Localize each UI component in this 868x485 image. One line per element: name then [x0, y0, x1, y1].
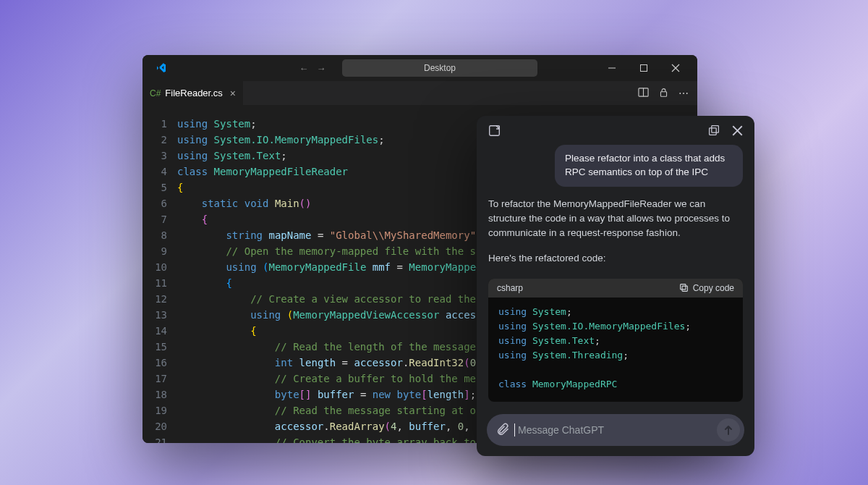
pop-out-icon[interactable] — [705, 122, 723, 139]
text-cursor — [514, 423, 515, 436]
minimize-button[interactable] — [596, 55, 628, 81]
code-block: csharp Copy code using System;using Syst… — [488, 279, 743, 402]
chat-header — [477, 116, 754, 145]
new-chat-icon[interactable] — [485, 122, 503, 139]
code-language-label: csharp — [497, 283, 523, 293]
svg-rect-8 — [682, 286, 687, 291]
more-actions-icon[interactable]: ⋯ — [678, 88, 689, 99]
chat-message-input[interactable] — [518, 424, 717, 436]
code-block-header: csharp Copy code — [488, 279, 743, 298]
close-button[interactable] — [660, 55, 692, 81]
svg-rect-9 — [680, 284, 685, 290]
user-message-text: Please refactor into a class that adds R… — [565, 153, 725, 177]
nav-back-icon[interactable]: ← — [297, 63, 310, 74]
csharp-file-icon: C# — [150, 88, 161, 98]
vscode-logo-icon — [154, 62, 169, 74]
code-block-body[interactable]: using System;using System.IO.MemoryMappe… — [488, 298, 743, 402]
maximize-button[interactable] — [628, 55, 660, 81]
command-center[interactable]: Desktop — [342, 59, 537, 77]
nav-arrows: ← → — [297, 63, 328, 74]
chat-input-bar — [487, 414, 744, 446]
assistant-paragraph-1: To refactor the MemoryMappedFileReader w… — [488, 197, 743, 241]
tab-filename: FileReader.cs — [165, 88, 222, 98]
window-controls — [596, 55, 692, 81]
user-message-bubble: Please refactor into a class that adds R… — [555, 145, 743, 187]
svg-rect-4 — [660, 91, 666, 96]
title-bar: ← → Desktop — [142, 55, 697, 81]
svg-rect-0 — [608, 68, 616, 69]
assistant-paragraph-2: Here's the refactored code: — [488, 251, 743, 266]
command-center-label: Desktop — [424, 63, 456, 73]
nav-forward-icon[interactable]: → — [315, 63, 328, 74]
chat-body: Please refactor into a class that adds R… — [477, 145, 754, 405]
split-editor-icon[interactable] — [638, 87, 649, 100]
svg-rect-6 — [710, 128, 717, 135]
copy-code-button[interactable]: Copy code — [679, 283, 734, 293]
lock-icon[interactable] — [659, 88, 668, 99]
svg-rect-1 — [641, 65, 647, 72]
svg-rect-7 — [712, 126, 719, 133]
tab-filereader[interactable]: C# FileReader.cs × — [142, 81, 244, 105]
chat-panel: Please refactor into a class that adds R… — [477, 116, 754, 456]
attach-icon[interactable] — [495, 422, 510, 439]
close-chat-icon[interactable] — [728, 122, 746, 139]
tab-close-icon[interactable]: × — [230, 88, 236, 99]
copy-code-label: Copy code — [693, 283, 734, 293]
tab-bar: C# FileReader.cs × ⋯ — [142, 81, 697, 106]
send-button[interactable] — [717, 418, 740, 442]
line-number-gutter: 12345678910111213141516171819202122 — [142, 116, 177, 443]
